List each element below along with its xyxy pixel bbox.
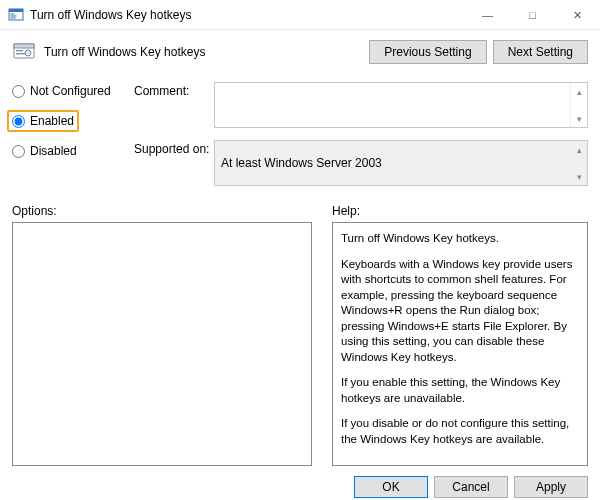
options-column: Options:	[12, 204, 312, 466]
apply-button[interactable]: Apply	[514, 476, 588, 498]
supported-row: Supported on: At least Windows Server 20…	[134, 140, 588, 186]
svg-rect-2	[11, 13, 15, 14]
radio-disabled-input[interactable]	[12, 145, 25, 158]
scroll-up-icon[interactable]: ▴	[571, 83, 587, 100]
header-row: Turn off Windows Key hotkeys Previous Se…	[12, 40, 588, 64]
radio-enabled-label: Enabled	[30, 114, 74, 128]
help-panel: Turn off Windows Key hotkeys. Keyboards …	[332, 222, 588, 466]
svg-rect-4	[11, 17, 16, 18]
config-area: Not Configured Enabled Disabled Comment:…	[12, 82, 588, 198]
cancel-button[interactable]: Cancel	[434, 476, 508, 498]
lower-area: Options: Help: Turn off Windows Key hotk…	[12, 204, 588, 466]
radio-column: Not Configured Enabled Disabled	[12, 82, 122, 198]
radio-not-configured-input[interactable]	[12, 85, 25, 98]
window-controls: — □ ✕	[465, 0, 600, 29]
svg-rect-8	[16, 53, 26, 54]
svg-point-9	[25, 50, 31, 56]
help-text-disable: If you disable or do not configure this …	[341, 416, 579, 447]
help-label: Help:	[332, 204, 588, 218]
radio-enabled-input[interactable]	[12, 115, 25, 128]
policy-icon	[12, 40, 36, 64]
supported-scrollbar[interactable]: ▴ ▾	[570, 141, 587, 185]
scroll-up-icon[interactable]: ▴	[571, 141, 587, 158]
maximize-button[interactable]: □	[510, 0, 555, 30]
app-icon	[8, 7, 24, 23]
comment-label: Comment:	[134, 82, 214, 98]
svg-rect-3	[11, 15, 17, 16]
header-title: Turn off Windows Key hotkeys	[44, 45, 363, 59]
supported-value: At least Windows Server 2003	[221, 156, 382, 170]
previous-setting-button[interactable]: Previous Setting	[369, 40, 486, 64]
svg-rect-6	[14, 44, 34, 48]
comment-input[interactable]: ▴ ▾	[214, 82, 588, 128]
supported-box: At least Windows Server 2003 ▴ ▾	[214, 140, 588, 186]
window-title: Turn off Windows Key hotkeys	[30, 8, 465, 22]
supported-label: Supported on:	[134, 140, 214, 156]
fields-column: Comment: ▴ ▾ Supported on: At least Wind…	[134, 82, 588, 198]
help-text-body: Keyboards with a Windows key provide use…	[341, 257, 579, 366]
radio-disabled-label: Disabled	[30, 144, 77, 158]
radio-not-configured[interactable]: Not Configured	[12, 84, 122, 98]
minimize-button[interactable]: —	[465, 0, 510, 30]
options-label: Options:	[12, 204, 312, 218]
next-setting-button[interactable]: Next Setting	[493, 40, 588, 64]
close-button[interactable]: ✕	[555, 0, 600, 30]
help-column: Help: Turn off Windows Key hotkeys. Keyb…	[332, 204, 588, 466]
bottom-bar: OK Cancel Apply	[12, 466, 588, 500]
scroll-down-icon[interactable]: ▾	[571, 168, 587, 185]
comment-scrollbar[interactable]: ▴ ▾	[570, 83, 587, 127]
options-panel	[12, 222, 312, 466]
help-text-title: Turn off Windows Key hotkeys.	[341, 231, 579, 247]
radio-disabled[interactable]: Disabled	[12, 144, 122, 158]
content: Turn off Windows Key hotkeys Previous Se…	[0, 30, 600, 500]
help-text-enable: If you enable this setting, the Windows …	[341, 375, 579, 406]
comment-row: Comment: ▴ ▾	[134, 82, 588, 128]
radio-enabled[interactable]: Enabled	[7, 110, 79, 132]
ok-button[interactable]: OK	[354, 476, 428, 498]
svg-rect-7	[16, 50, 23, 51]
radio-not-configured-label: Not Configured	[30, 84, 111, 98]
svg-rect-1	[9, 9, 23, 12]
titlebar: Turn off Windows Key hotkeys — □ ✕	[0, 0, 600, 30]
scroll-down-icon[interactable]: ▾	[571, 110, 587, 127]
